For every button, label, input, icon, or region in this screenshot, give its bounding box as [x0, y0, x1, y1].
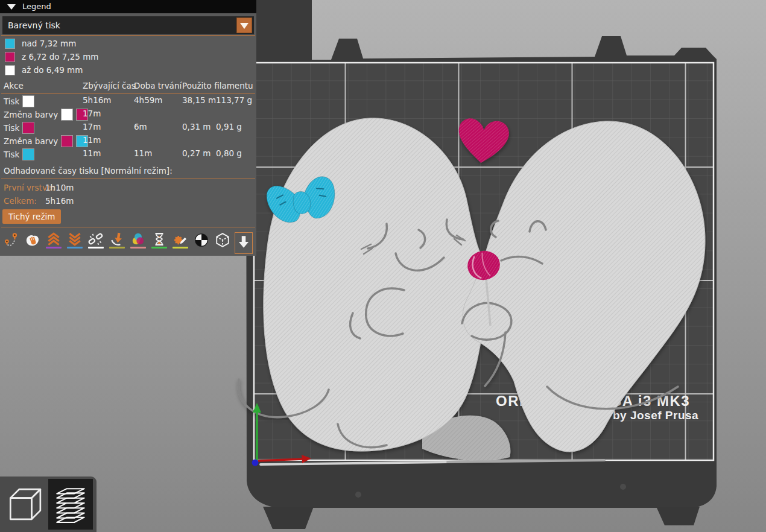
total-label: Celkem:	[4, 196, 37, 206]
duration-cell: 11m	[134, 148, 152, 158]
axis-z-blue	[252, 460, 259, 466]
travels-icon[interactable]	[2, 232, 21, 255]
tool-changes-icon[interactable]	[108, 232, 126, 255]
separator	[1, 35, 255, 36]
seams-icon[interactable]	[87, 232, 105, 255]
color-changes-icon[interactable]	[129, 232, 147, 255]
view-type-value: Barevný tisk	[8, 16, 60, 34]
scale-item: nad 7,32 mm	[5, 37, 76, 49]
shells-icon[interactable]	[214, 232, 232, 255]
table-row: Tisk 5h16m 4h59m 38,15 m 113,77 g	[0, 95, 256, 109]
remaining-cell: 17m	[83, 109, 101, 118]
separator	[1, 227, 255, 227]
preview-options-toolbar	[2, 232, 253, 255]
filament-g-cell: 0,80 g	[216, 148, 242, 158]
col-header-duration: Doba trvání	[134, 81, 182, 90]
scale-label: nad 7,32 mm	[22, 39, 76, 48]
scale-item: až do 6,49 mm	[5, 64, 83, 76]
action-cell: Změna barvy	[4, 109, 88, 121]
action-cell: Tisk	[4, 95, 34, 107]
egg-character-left	[264, 118, 487, 451]
separator	[1, 93, 255, 93]
layers-icon	[52, 486, 89, 523]
bed-brand-subtext: by Josef Prusa	[613, 409, 698, 422]
action-cell: Tisk	[4, 148, 34, 160]
scale-item: z 6,72 do 7,25 mm	[5, 51, 99, 63]
color-swatch	[5, 65, 15, 75]
action-cell: Změna barvy	[4, 135, 88, 147]
collapse-triangle-icon[interactable]	[7, 4, 16, 10]
table-row: Tisk 17m 6m 0,31 m 0,91 g	[0, 122, 256, 135]
cube-icon	[5, 486, 43, 523]
scale-label: z 6,72 do 7,25 mm	[22, 52, 99, 62]
estimates-header: Odhadované časy tisku [Normální režim]:	[4, 166, 173, 176]
filament-g-cell: 113,77 g	[216, 95, 252, 105]
view-layers-button[interactable]	[48, 479, 93, 530]
col-header-action: Akce	[4, 81, 24, 90]
remaining-cell: 5h16m	[83, 95, 111, 105]
duration-cell: 6m	[134, 122, 147, 131]
legend-toggle-icon[interactable]	[235, 232, 253, 254]
filament-swatch	[22, 122, 34, 134]
scale-label: až do 6,49 mm	[22, 65, 83, 75]
table-row: Změna barvy 11m	[0, 135, 256, 148]
center-of-gravity-icon[interactable]	[192, 232, 210, 255]
retractions-icon[interactable]	[45, 232, 63, 255]
bed-foot-right	[656, 507, 700, 525]
filament-m-cell: 38,15 m	[182, 95, 216, 105]
custom-gcode-icon[interactable]	[171, 232, 189, 255]
remaining-cell: 11m	[83, 135, 101, 145]
table-row: Změna barvy 17m	[0, 109, 256, 122]
remaining-cell: 11m	[83, 148, 101, 158]
color-swatch	[5, 52, 15, 62]
deretractions-icon[interactable]	[66, 232, 84, 255]
stealth-mode-button[interactable]: Tichý režim	[2, 209, 61, 224]
wipe-icon[interactable]	[24, 232, 42, 255]
filament-m-cell: 0,31 m	[182, 122, 211, 131]
view-3d-button[interactable]	[2, 479, 46, 530]
color-swatch	[5, 39, 15, 49]
view-type-combo[interactable]: Barevný tisk	[2, 16, 254, 34]
table-row: Tisk 11m 11m 0,27 m 0,80 g	[0, 148, 256, 162]
legend-panel: Legend Barevný tisk nad 7,32 mm z 6,72 d…	[0, 0, 256, 256]
legend-title: Legend	[22, 0, 51, 13]
filament-g-cell: 0,91 g	[216, 122, 242, 131]
bed-foot-left	[263, 507, 314, 529]
filament-swatch	[22, 95, 34, 107]
filament-swatch	[61, 135, 73, 147]
remaining-cell: 17m	[83, 122, 101, 131]
total-value: 5h16m	[45, 196, 74, 206]
view-mode-switcher	[0, 477, 97, 532]
filament-swatch	[22, 148, 34, 160]
col-header-filament: Použito filamentu	[182, 81, 253, 90]
combo-dropdown-button[interactable]	[236, 17, 252, 33]
action-cell: Tisk	[4, 122, 34, 134]
legend-titlebar[interactable]: Legend	[0, 0, 256, 13]
filament-swatch	[61, 109, 73, 121]
separator	[1, 179, 255, 179]
col-header-remaining: Zbývající čas	[83, 81, 136, 90]
duration-cell: 4h59m	[134, 95, 162, 105]
filament-m-cell: 0,27 m	[182, 148, 211, 158]
chevron-down-icon	[240, 23, 248, 29]
pause-prints-icon[interactable]	[150, 232, 168, 255]
first-layer-value: 1h10m	[45, 183, 74, 192]
